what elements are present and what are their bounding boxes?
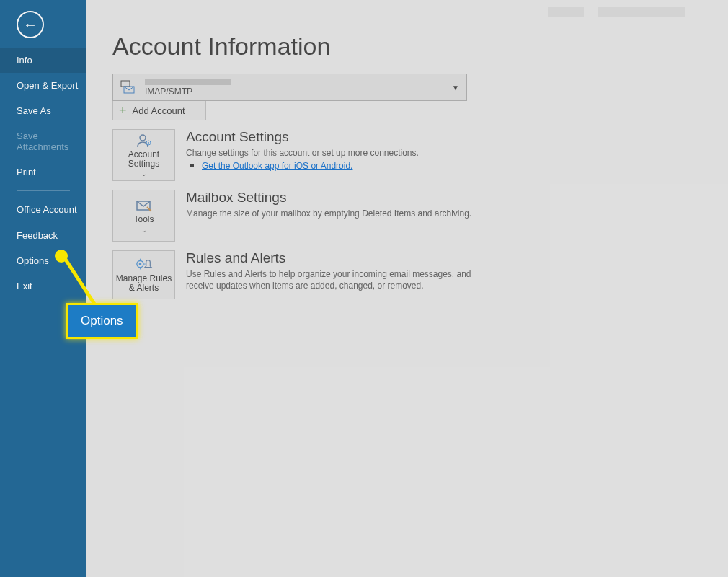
header-redacted-area	[598, 7, 685, 17]
back-arrow-icon: ←	[23, 17, 37, 33]
header-redacted-area	[548, 7, 584, 17]
account-icon	[119, 79, 138, 96]
tile-label: Account Settings	[113, 150, 174, 169]
back-button[interactable]: ←	[17, 11, 44, 38]
sidebar-item-info[interactable]: Info	[0, 48, 86, 73]
svg-point-4	[148, 142, 149, 144]
add-account-label: Add Account	[133, 105, 185, 116]
sidebar-item-save-as[interactable]: Save As	[0, 98, 86, 123]
backstage-sidebar: ← Info Open & Export Save As Save Attach…	[0, 0, 86, 577]
rules-alerts-icon	[136, 257, 153, 273]
chevron-down-icon: ⌄	[141, 226, 147, 234]
outlook-app-link[interactable]: Get the Outlook app for iOS or Android.	[202, 161, 352, 171]
plus-icon: +	[119, 103, 127, 118]
account-type: IMAP/SMTP	[145, 87, 231, 97]
section-title-rules-alerts: Rules and Alerts	[186, 250, 489, 266]
tile-label: Tools	[133, 215, 154, 224]
tile-label: Manage Rules & Alerts	[113, 274, 174, 293]
svg-rect-0	[121, 81, 130, 87]
sidebar-item-open-export[interactable]: Open & Export	[0, 73, 86, 98]
main-content: Account Information IMAP/SMTP ▼ + Add Ac…	[86, 0, 728, 577]
account-info: IMAP/SMTP	[145, 79, 231, 97]
chevron-down-icon: ⌄	[141, 170, 147, 177]
sidebar-item-office-account[interactable]: Office Account	[0, 197, 86, 223]
mailbox-tools-icon	[136, 198, 153, 213]
account-selector[interactable]: IMAP/SMTP ▼	[112, 74, 467, 101]
sidebar-separator	[17, 190, 70, 191]
callout-label: Options	[66, 303, 138, 339]
account-email-redacted	[145, 79, 231, 85]
manage-rules-tile[interactable]: Manage Rules & Alerts	[112, 250, 175, 299]
page-title: Account Information	[112, 32, 702, 61]
section-desc: Change settings for this account or set …	[186, 147, 419, 159]
section-desc: Use Rules and Alerts to help organize yo…	[186, 268, 489, 291]
account-settings-tile[interactable]: Account Settings ⌄	[112, 129, 175, 181]
sidebar-item-exit[interactable]: Exit	[0, 273, 86, 299]
sidebar-item-print[interactable]: Print	[0, 159, 86, 185]
sidebar-item-save-attachments: Save Attachments	[0, 123, 86, 159]
sidebar-item-feedback[interactable]: Feedback	[0, 223, 86, 248]
callout-marker	[55, 250, 68, 263]
person-gear-icon	[136, 133, 153, 149]
chevron-down-icon: ▼	[452, 84, 459, 92]
svg-point-2	[140, 135, 146, 141]
section-title-mailbox-settings: Mailbox Settings	[186, 190, 471, 206]
bullet-icon	[190, 164, 194, 167]
section-desc: Manage the size of your mailbox by empty…	[186, 208, 471, 219]
svg-point-7	[138, 263, 141, 265]
tools-tile[interactable]: Tools ⌄	[112, 190, 175, 242]
section-title-account-settings: Account Settings	[186, 129, 419, 145]
add-account-button[interactable]: + Add Account	[112, 100, 206, 120]
